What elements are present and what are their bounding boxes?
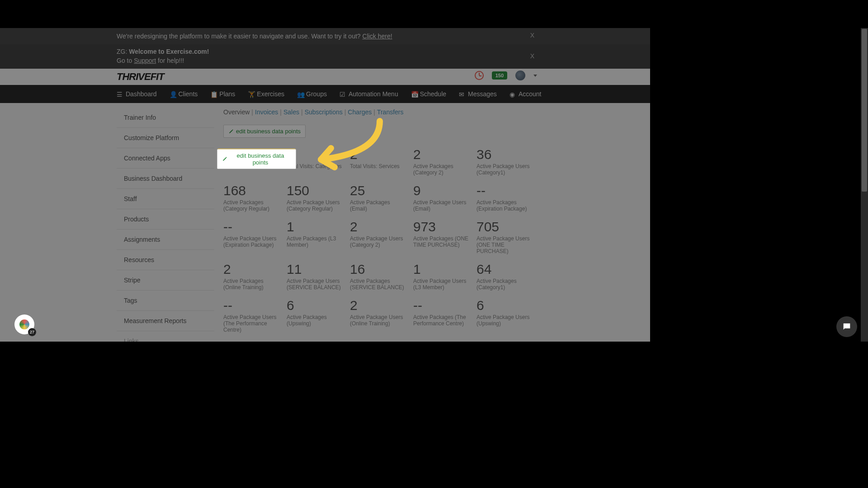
account-icon: ◉ xyxy=(509,91,516,97)
scrollbar[interactable] xyxy=(861,28,868,342)
clock-icon[interactable] xyxy=(475,71,484,80)
sidebar-item[interactable]: Tags xyxy=(117,291,214,311)
pencil-icon xyxy=(222,156,227,161)
nav-label: Messages xyxy=(468,90,497,98)
sub-tab[interactable]: Overview xyxy=(223,108,250,116)
metric-card: 36Active Package Users (Category1) xyxy=(476,148,540,176)
metric-label: Active Packages (The Performance Centre) xyxy=(413,314,472,327)
metric-card: 6Active Package Users (Upswing) xyxy=(476,299,540,333)
metric-label: Active Package Users (ONE TIME PURCHASE) xyxy=(476,235,535,254)
metric-label: Active Package Users (Email) xyxy=(413,199,472,212)
nav-account[interactable]: ◉Account xyxy=(509,90,542,98)
metric-label: Active Package Users (Online Training) xyxy=(350,314,409,327)
support-suffix: for help!!! xyxy=(156,57,184,64)
metric-label: Active Packages (SERVICE BALANCE) xyxy=(350,278,409,291)
nav-label: Schedule xyxy=(420,90,446,98)
sidebar-item[interactable]: Trainer Info xyxy=(117,108,214,128)
metric-card: 150Active Package Users (Category Regula… xyxy=(287,184,350,212)
notification-badge[interactable]: 150 xyxy=(492,71,507,80)
nav-groups[interactable]: 👥Groups xyxy=(297,90,327,98)
chevron-down-icon[interactable] xyxy=(533,75,537,77)
close-icon[interactable]: X xyxy=(530,32,534,39)
pencil-icon xyxy=(228,129,233,134)
metric-label: Active Package Users (SERVICE BALANCE) xyxy=(287,278,345,291)
nav-plans[interactable]: 📋Plans xyxy=(210,90,235,98)
metric-card: 16Active Packages (SERVICE BALANCE) xyxy=(350,263,413,291)
metric-value: 2 xyxy=(413,148,476,161)
sub-tabs: Overview|Invoices|Sales|Subscriptions|Ch… xyxy=(223,108,650,116)
nav-automation[interactable]: ☑Automation Menu xyxy=(340,90,398,98)
nav-schedule[interactable]: 📅Schedule xyxy=(411,90,446,98)
edit-button-label: edit business data points xyxy=(236,128,301,135)
sidebar-item[interactable]: Stripe xyxy=(117,270,214,291)
sub-tab[interactable]: Transfers xyxy=(377,108,404,116)
edit-business-data-button[interactable]: edit business data points xyxy=(223,125,306,138)
nav-label: Plans xyxy=(219,90,235,98)
metric-card: 9Active Package Users (Email) xyxy=(413,184,476,212)
sidebar-item[interactable]: Staff xyxy=(117,189,214,209)
nav-label: Automation Menu xyxy=(349,90,398,98)
metric-value: -- xyxy=(223,220,287,234)
redesign-banner: We're redesigning the platform to make i… xyxy=(0,28,650,44)
metric-value: 1 xyxy=(287,220,350,234)
nav-exercises[interactable]: 🏋Exercises xyxy=(248,90,284,98)
sub-tab[interactable]: Charges xyxy=(348,108,372,116)
widget-icon xyxy=(19,319,29,329)
separator: | xyxy=(344,108,346,116)
metric-card: 25Active Packages (Email) xyxy=(350,184,413,212)
metric-label: Active Package Users (Category Regular) xyxy=(287,199,345,212)
metric-card: --Active Packages (Expiration Package) xyxy=(476,184,540,212)
metric-card: 2Active Package Users (Category 2) xyxy=(350,220,413,254)
separator: | xyxy=(251,108,253,116)
metric-card: --Active Package Users (The Performance … xyxy=(223,299,287,333)
sidebar-item[interactable]: Products xyxy=(117,209,214,230)
sub-tab[interactable]: Sales xyxy=(283,108,299,116)
metric-value: 2 xyxy=(223,263,287,276)
support-link[interactable]: Support xyxy=(134,57,156,64)
sidebar-item[interactable]: Connected Apps xyxy=(117,148,214,169)
nav-clients[interactable]: 👤Clients xyxy=(170,90,198,98)
redesign-link[interactable]: Click here! xyxy=(363,33,392,40)
metric-value: -- xyxy=(476,184,540,197)
nav-messages[interactable]: ✉Messages xyxy=(459,90,497,98)
redesign-text: We're redesigning the platform to make i… xyxy=(117,33,363,40)
widget-count: 27 xyxy=(28,328,36,336)
sidebar-item[interactable]: Measurement Reports xyxy=(117,311,214,331)
sidebar-item[interactable]: Customize Platform xyxy=(117,128,214,148)
help-widget[interactable]: 27 xyxy=(14,314,34,334)
nav-dashboard[interactable]: ☰Dashboard xyxy=(117,90,157,98)
nav-label: Dashboard xyxy=(126,90,157,98)
app-header: THRIVEFIT 150 xyxy=(0,69,650,85)
sidebar-item[interactable]: Business Dashboard xyxy=(117,169,214,189)
chat-widget[interactable] xyxy=(836,316,857,337)
metric-label: Active Packages (Email) xyxy=(350,199,409,212)
metric-value: 150 xyxy=(287,184,350,197)
metric-value: 705 xyxy=(476,220,540,234)
sub-tab[interactable]: Subscriptions xyxy=(305,108,343,116)
chat-icon xyxy=(842,322,852,332)
metric-value: 64 xyxy=(476,263,540,276)
nav-label: Groups xyxy=(306,90,327,98)
user-icon: 👤 xyxy=(170,91,176,97)
separator: | xyxy=(280,108,282,116)
close-icon[interactable]: X xyxy=(530,52,534,60)
sub-tab[interactable]: Invoices xyxy=(255,108,278,116)
edit-business-data-button-highlighted[interactable]: edit business data points xyxy=(217,149,296,169)
sidebar-item[interactable]: Resources xyxy=(117,250,214,270)
metric-card: 2Total Visits: Categories xyxy=(287,148,350,176)
metric-label: Total Visits: Services xyxy=(350,163,409,169)
metric-value: -- xyxy=(223,299,287,312)
list-icon: ☰ xyxy=(117,91,123,97)
sidebar-item[interactable]: Assignments xyxy=(117,230,214,250)
welcome-prefix: ZG: xyxy=(117,48,129,55)
main-nav: ☰Dashboard 👤Clients 📋Plans 🏋Exercises 👥G… xyxy=(0,85,650,103)
sidebar: Trainer InfoCustomize PlatformConnected … xyxy=(117,103,214,357)
metric-card: 64Active Packages (Category1) xyxy=(476,263,540,291)
mail-icon: ✉ xyxy=(459,91,465,97)
metric-label: Active Packages (Expiration Package) xyxy=(476,199,535,212)
logo[interactable]: THRIVEFIT xyxy=(117,71,164,83)
scrollbar-thumb[interactable] xyxy=(862,29,867,192)
avatar[interactable] xyxy=(515,70,525,80)
metric-label: Active Package Users (Category1) xyxy=(476,163,535,176)
edit-button-label: edit business data points xyxy=(230,152,291,166)
